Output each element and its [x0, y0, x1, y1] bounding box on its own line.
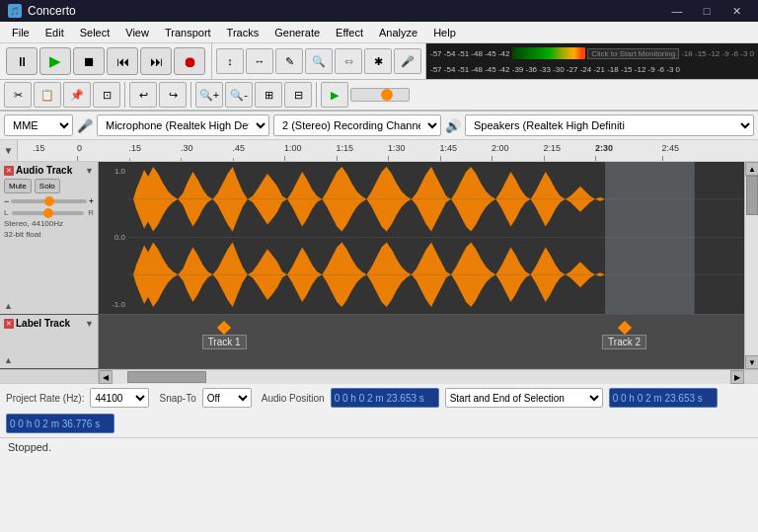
selection-type-select[interactable]: Start and End of Selection [445, 388, 603, 408]
label-track-content[interactable]: Track 1 Track 2 [99, 315, 744, 368]
timeshift-tool[interactable]: ⇔ [335, 48, 362, 74]
status-text: Stopped. [8, 441, 51, 453]
vu-start-monitoring[interactable]: Click to Start Monitoring [587, 48, 679, 59]
audio-track-waveform[interactable]: 1.0 0.0 -1.0 [99, 162, 744, 314]
track-expand[interactable]: ▲ [4, 301, 13, 311]
bottom-bar: Project Rate (Hz): 44100 Snap-To Off Aud… [0, 383, 758, 437]
label-track-dropdown[interactable]: ▼ [85, 319, 94, 329]
vertical-scrollbar[interactable]: ▲ ▼ [744, 162, 758, 369]
audio-host-select[interactable]: MME [4, 114, 73, 136]
minimize-button[interactable]: — [663, 0, 691, 22]
menu-generate[interactable]: Generate [266, 25, 328, 40]
horizontal-scrollbar[interactable]: ◀ ▶ [0, 369, 758, 383]
waveform-svg [128, 162, 744, 314]
menu-help[interactable]: Help [425, 25, 464, 40]
scroll-thumb-v[interactable] [746, 176, 758, 215]
selection-start-input[interactable] [609, 388, 718, 408]
undo-button[interactable]: ↩ [129, 82, 157, 108]
copy-button[interactable]: 📋 [34, 82, 61, 108]
audio-position-input[interactable] [331, 388, 439, 408]
menu-view[interactable]: View [117, 25, 157, 40]
ruler-arrow[interactable]: ▼ [0, 140, 18, 162]
paste-button[interactable]: 📌 [63, 82, 91, 108]
snap-to-select[interactable]: Off [202, 388, 252, 408]
channels-select[interactable]: 2 (Stereo) Recording Channels [273, 114, 441, 136]
multi-tool[interactable]: ✱ [364, 48, 392, 74]
scroll-thumb-h[interactable] [127, 371, 206, 383]
solo-button[interactable]: Solo [35, 179, 60, 193]
label-track-expand[interactable]: ▲ [4, 355, 13, 365]
maximize-button[interactable]: □ [693, 0, 720, 22]
speed-slider[interactable] [350, 88, 410, 102]
ruler-tick: 2:30 [595, 143, 613, 153]
selection-tool[interactable]: ↕ [216, 48, 244, 74]
zoom-in-button[interactable]: 🔍+ [195, 82, 223, 108]
ruler-tick: 0 [77, 143, 82, 153]
scroll-right-button[interactable]: ▶ [730, 370, 744, 384]
titlebar: 🎵 Concerto — □ ✕ [0, 0, 758, 22]
timeline-ruler[interactable]: ▼ .15 0 .15 .30 .45 1:00 1:15 1:30 1:45 … [0, 140, 758, 162]
vol-minus[interactable]: − [4, 196, 9, 206]
device-row: MME 🎤 Microphone (Realtek High Defi 2 (S… [0, 112, 758, 140]
output-device-select[interactable]: Speakers (Realtek High Definiti [465, 114, 754, 136]
volume-slider[interactable] [11, 199, 86, 203]
menu-tracks[interactable]: Tracks [219, 25, 267, 40]
close-button[interactable]: ✕ [722, 0, 750, 22]
menu-transport[interactable]: Transport [157, 25, 219, 40]
app-title: Concerto [28, 4, 76, 18]
snap-to-label: Snap-To [159, 393, 195, 404]
audio-track-close[interactable]: ✕ [4, 166, 14, 176]
label-track1: Track 1 [202, 323, 247, 349]
track-info-line2: 32-bit float [4, 230, 94, 239]
scroll-left-button[interactable]: ◀ [99, 370, 113, 384]
menu-select[interactable]: Select [72, 25, 118, 40]
label-marker-1 [217, 321, 231, 335]
speaker-icon: 🔊 [445, 118, 461, 133]
menu-analyze[interactable]: Analyze [371, 25, 425, 40]
selection-end-input[interactable] [6, 414, 114, 433]
ruler-tick: 2:00 [492, 143, 509, 153]
pan-slider[interactable] [12, 211, 84, 215]
stop-button[interactable]: ⏹ [73, 47, 105, 75]
ruler-tick: .15 [33, 143, 45, 153]
menu-edit[interactable]: Edit [38, 25, 72, 40]
mute-button[interactable]: Mute [4, 179, 32, 193]
pan-left-label: L [4, 208, 8, 217]
ruler-tick: .30 [181, 143, 193, 153]
scroll-track-h[interactable] [113, 370, 730, 384]
label-track2: Track 2 [602, 323, 646, 349]
play-at-speed[interactable]: ▶ [321, 82, 348, 108]
audio-track-row: ✕ Audio Track ▼ Mute Solo − + L [0, 162, 744, 315]
draw-tool[interactable]: ✎ [275, 48, 303, 74]
audio-track-dropdown[interactable]: ▼ [85, 166, 94, 176]
envelope-tool[interactable]: ↔ [246, 48, 273, 74]
vol-plus[interactable]: + [89, 196, 94, 206]
trim-button[interactable]: ⊡ [93, 82, 120, 108]
skip-forward-button[interactable]: ⏭ [140, 47, 172, 75]
mic-icon: 🎤 [77, 118, 93, 133]
ruler-tick: 1:15 [337, 143, 354, 153]
redo-button[interactable]: ↪ [159, 82, 187, 108]
skip-back-button[interactable]: ⏮ [107, 47, 138, 75]
ruler-scale: .15 0 .15 .30 .45 1:00 1:15 1:30 1:45 2:… [18, 140, 758, 162]
zoom-tool[interactable]: 🔍 [305, 48, 333, 74]
scroll-down-button[interactable]: ▼ [745, 355, 758, 369]
label-track-close[interactable]: ✕ [4, 319, 14, 329]
zoom-sel-button[interactable]: ⊟ [284, 82, 312, 108]
menu-file[interactable]: File [4, 25, 38, 40]
ruler-tick: 1:45 [440, 143, 458, 153]
cut-button[interactable]: ✂ [4, 82, 32, 108]
zoom-fit-button[interactable]: ⊞ [255, 82, 282, 108]
input-device-select[interactable]: Microphone (Realtek High Defi [97, 114, 269, 136]
y-axis-top: 1.0 [99, 167, 128, 176]
pause-button[interactable]: ⏸ [6, 47, 38, 75]
scroll-up-button[interactable]: ▲ [745, 162, 758, 176]
sep1 [124, 82, 125, 108]
record-button[interactable]: ⏺ [174, 47, 205, 75]
menu-effect[interactable]: Effect [328, 25, 371, 40]
mic-tool[interactable]: 🎤 [394, 48, 421, 74]
project-rate-select[interactable]: 44100 [90, 388, 149, 408]
play-button[interactable]: ▶ [39, 47, 71, 75]
zoom-out-button[interactable]: 🔍- [225, 82, 253, 108]
scroll-track-v[interactable] [745, 176, 758, 355]
